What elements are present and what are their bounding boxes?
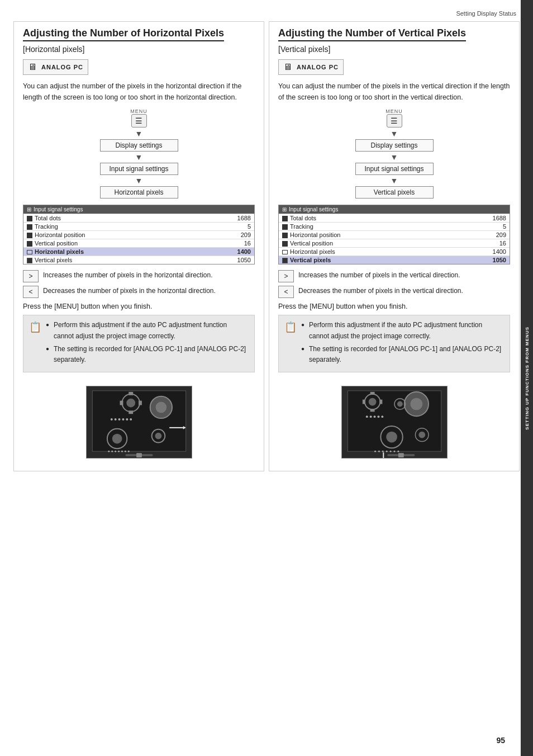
right-illustration xyxy=(341,386,448,459)
svg-point-10 xyxy=(118,418,120,420)
svg-rect-7 xyxy=(139,401,142,405)
right-note-0: Perform this adjustment if the auto PC a… xyxy=(301,320,504,341)
right-key-0[interactable]: > xyxy=(278,270,294,282)
left-row-2-icon xyxy=(27,233,32,238)
left-key-1[interactable]: < xyxy=(23,286,39,298)
left-arrow-1: ▼ xyxy=(135,129,143,138)
right-note-box: 📋 Perform this adjustment if the auto PC… xyxy=(278,315,510,372)
svg-point-27 xyxy=(124,451,126,452)
left-row-4: Horizontal pixels 1400 xyxy=(23,247,254,256)
right-column: Adjusting the Number of Vertical Pixels … xyxy=(269,21,520,471)
left-row-5: Vertical pixels 1050 xyxy=(23,256,254,264)
right-key-1[interactable]: < xyxy=(278,286,294,298)
svg-rect-36 xyxy=(370,409,374,412)
svg-rect-37 xyxy=(362,400,365,404)
left-flow-pixels: Horizontal pixels xyxy=(100,186,178,199)
right-badge-row: 🖥 ANALOG PC xyxy=(278,59,344,75)
left-settings-title: ⊞ Input signal settings xyxy=(23,205,254,214)
right-menu-label: MENU xyxy=(386,108,403,114)
left-flow-display: Display settings xyxy=(100,139,178,152)
svg-point-55 xyxy=(393,451,395,452)
settings-icon-left: ⊞ xyxy=(27,206,31,212)
left-subtitle: [Horizontal pixels] xyxy=(23,45,255,54)
right-flow-display: Display settings xyxy=(355,139,434,152)
right-badge-label: ANALOG PC xyxy=(297,64,339,70)
svg-point-58 xyxy=(418,432,425,438)
svg-rect-6 xyxy=(120,401,123,405)
left-badge-label: ANALOG PC xyxy=(41,64,83,70)
left-row-1: Tracking 5 xyxy=(23,222,254,230)
left-key-0[interactable]: > xyxy=(23,270,39,282)
right-btn-desc-1: Decreases the number of pixels in the ve… xyxy=(298,286,463,296)
right-row-2-icon xyxy=(282,233,288,238)
svg-point-26 xyxy=(121,451,123,452)
right-menu-icon: ☰ xyxy=(387,114,402,127)
svg-point-50 xyxy=(374,451,376,452)
right-buttons: > Increases the number of pixels in the … xyxy=(278,270,510,298)
left-desc: You can adjust the number of the pixels … xyxy=(23,81,255,103)
left-settings-table: ⊞ Input signal settings Total dots 1688 … xyxy=(23,205,255,264)
right-row-5: Vertical pixels 1050 xyxy=(279,256,510,264)
left-buttons: > Increases the number of pixels in the … xyxy=(23,270,255,298)
left-note-content: Perform this adjustment if the auto PC a… xyxy=(46,320,249,367)
right-flow-pixels: Vertical pixels xyxy=(355,186,434,199)
svg-point-49 xyxy=(386,432,397,443)
svg-point-51 xyxy=(378,451,379,452)
svg-rect-4 xyxy=(129,392,133,395)
svg-rect-62 xyxy=(398,453,403,457)
left-row-3: Vertical position 16 xyxy=(23,239,254,247)
right-row-3: Vertical position 16 xyxy=(279,239,510,247)
right-row-3-icon xyxy=(282,241,288,247)
right-subtitle: [Vertical pixels] xyxy=(278,45,510,54)
left-note-0: Perform this adjustment if the auto PC a… xyxy=(46,320,249,341)
left-row-4-icon xyxy=(27,250,32,254)
svg-point-47 xyxy=(397,401,402,407)
svg-point-3 xyxy=(126,399,135,408)
page-header: Setting Display Status xyxy=(0,0,533,21)
svg-point-9 xyxy=(114,418,116,420)
right-row-0-icon xyxy=(282,216,288,221)
right-row-0: Total dots 1688 xyxy=(279,214,510,222)
left-row-0-icon xyxy=(27,216,32,221)
svg-point-19 xyxy=(155,433,161,440)
right-button-0: > Increases the number of pixels in the … xyxy=(278,270,510,282)
left-press-menu: Press the [MENU] button when you finish. xyxy=(23,303,255,310)
header-text: Setting Display Status xyxy=(456,10,516,17)
monitor-icon-left: 🖥 xyxy=(28,62,37,72)
vertical-sidebar: SETTING UP FUNCTIONS FROM MENUS xyxy=(521,0,533,756)
left-menu-icon: ☰ xyxy=(131,114,147,127)
svg-rect-5 xyxy=(129,411,133,414)
svg-rect-38 xyxy=(379,400,382,404)
right-settings-title: ⊞ Input signal settings xyxy=(279,205,510,214)
page-number: 95 xyxy=(496,736,505,745)
svg-point-56 xyxy=(397,451,399,452)
right-desc: You can adjust the number of the pixels … xyxy=(278,81,510,103)
left-row-5-icon xyxy=(27,258,32,263)
left-row-3-icon xyxy=(27,241,32,247)
svg-point-11 xyxy=(122,418,124,420)
right-arrow-3: ▼ xyxy=(391,176,398,185)
left-illustration xyxy=(86,386,192,459)
right-row-4-icon xyxy=(282,250,288,254)
svg-point-43 xyxy=(381,415,383,418)
left-note-icon: 📋 xyxy=(29,321,41,333)
left-arrow-2: ▼ xyxy=(135,153,143,162)
svg-point-53 xyxy=(386,451,387,452)
left-btn-desc-0: Increases the number of pixels in the ho… xyxy=(43,270,213,280)
left-menu-label: MENU xyxy=(130,108,147,114)
left-row-1-icon xyxy=(27,224,32,230)
svg-point-41 xyxy=(373,415,375,418)
right-settings-table: ⊞ Input signal settings Total dots 1688 … xyxy=(278,205,510,264)
right-note-content: Perform this adjustment if the auto PC a… xyxy=(301,320,504,367)
right-row-5-icon xyxy=(282,258,288,263)
svg-point-28 xyxy=(127,451,129,452)
svg-point-13 xyxy=(130,418,132,420)
svg-point-15 xyxy=(155,402,166,413)
svg-point-45 xyxy=(410,398,422,410)
left-button-1: < Decreases the number of pixels in the … xyxy=(23,286,255,298)
right-row-1-icon xyxy=(282,224,288,230)
svg-point-25 xyxy=(118,451,120,452)
left-section-title: Adjusting the Number of Horizontal Pixel… xyxy=(23,27,224,41)
svg-point-23 xyxy=(111,451,113,452)
right-arrow-2: ▼ xyxy=(391,153,398,162)
